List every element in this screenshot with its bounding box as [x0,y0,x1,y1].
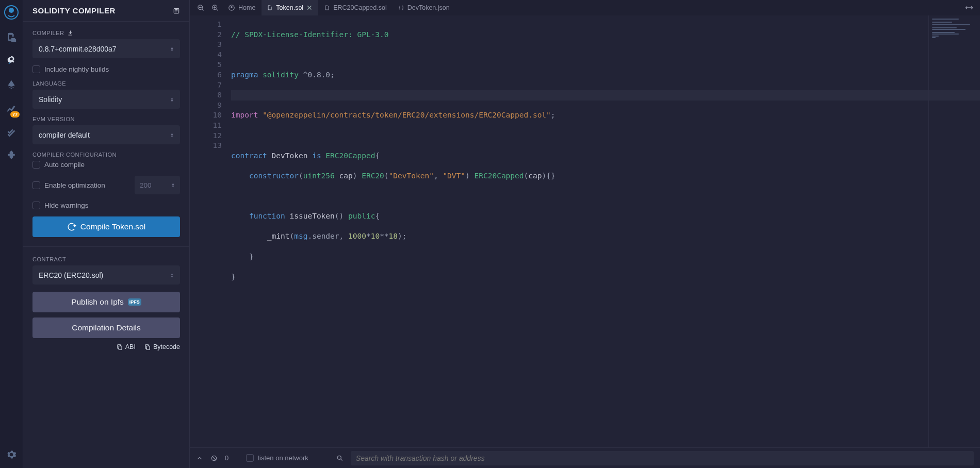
minimap[interactable] [928,15,980,447]
main-area: Home Token.sol ✕ ERC20Capped.sol DevToke… [190,0,980,468]
block-icon[interactable] [210,455,218,462]
zoom-in-icon[interactable] [208,1,222,14]
sidebar-header: SOLIDITY COMPILER [23,0,189,22]
pending-count: 0 [225,454,228,462]
sol-file-icon [324,5,330,11]
settings-icon[interactable] [4,447,19,462]
bytecode-link[interactable]: Bytecode [144,343,180,350]
compiler-icon[interactable] [4,54,19,68]
compile-button[interactable]: Compile Token.sol [32,216,180,237]
terminal-bar: 0 listen on network [190,447,980,468]
nightly-checkbox-row: Include nightly builds [32,65,180,73]
listen-checkbox[interactable] [246,454,254,462]
svg-point-12 [337,456,341,459]
copy-icon [144,343,151,350]
contract-select[interactable]: ERC20 (ERC20.sol) ▲▼ [32,265,180,285]
evm-select[interactable]: compiler default ▲▼ [32,125,180,144]
sidebar-panel: SOLIDITY COMPILER COMPILER 0.8.7+commit.… [23,0,190,468]
compilation-details-button[interactable]: Compilation Details [32,317,180,338]
editor[interactable]: 1 2 3 4 5 6 7 8 9 10 11 12 13 // SPDX-Li… [190,15,980,447]
tab-erc20capped[interactable]: ERC20Capped.sol [319,0,392,15]
evm-label: EVM VERSION [32,116,180,122]
remix-logo-icon[interactable] [3,4,20,21]
docs-icon[interactable] [173,7,180,14]
deploy-icon[interactable] [4,77,19,92]
download-icon[interactable] [67,30,73,36]
compiler-select[interactable]: 0.8.7+commit.e28d00a7 ▲▼ [32,39,180,58]
gutter: 1 2 3 4 5 6 7 8 9 10 11 12 13 [190,15,231,447]
icon-bar: 77 [0,0,23,468]
contract-label: CONTRACT [32,256,180,262]
bottom-links: ABI Bytecode [32,338,180,350]
svg-rect-4 [119,346,122,349]
svg-rect-6 [146,346,150,349]
refresh-icon [67,222,76,231]
sidebar-title: SOLIDITY COMPILER [32,6,116,15]
expand-icon[interactable] [962,1,976,14]
plugin-icon[interactable] [4,148,19,163]
sol-file-icon [267,5,273,11]
publish-ipfs-button[interactable]: Publish on Ipfs IPFS [32,292,180,312]
tab-bar: Home Token.sol ✕ ERC20Capped.sol DevToke… [190,0,980,15]
language-select[interactable]: Solidity ▲▼ [32,90,180,109]
close-icon[interactable]: ✕ [306,4,313,12]
home-tab-icon [228,4,235,11]
search-input[interactable] [351,451,974,465]
badge-77: 77 [10,111,20,118]
hide-warnings-row: Hide warnings [32,202,180,209]
auto-compile-checkbox[interactable] [32,161,40,169]
tab-token[interactable]: Token.sol ✕ [262,0,318,15]
copy-icon [116,343,123,350]
json-file-icon [398,5,404,11]
compiler-label: COMPILER [32,30,180,36]
optimization-checkbox[interactable] [32,181,40,189]
zoom-out-icon[interactable] [194,1,207,14]
check-icon[interactable] [4,125,19,139]
analytics-icon[interactable]: 77 [4,101,19,115]
optimization-runs-input[interactable]: 200 ▲▼ [135,176,180,194]
optimization-row: Enable optimization 200 ▲▼ [32,176,180,194]
tab-home[interactable]: Home [223,0,260,15]
auto-compile-row: Auto compile [32,161,180,169]
search-icon[interactable] [336,455,344,462]
chevron-up-icon[interactable] [196,455,203,462]
nightly-checkbox[interactable] [32,65,40,73]
svg-point-10 [231,6,233,8]
svg-point-1 [9,8,14,13]
file-explorer-icon[interactable] [4,30,19,44]
language-label: LANGUAGE [32,80,180,87]
listen-row: listen on network [246,454,308,462]
code-area[interactable]: // SPDX-License-Identifier: GPL-3.0 prag… [231,15,980,447]
abi-link[interactable]: ABI [116,343,136,350]
sidebar-body: COMPILER 0.8.7+commit.e28d00a7 ▲▼ Includ… [23,22,189,468]
ipfs-icon: IPFS [128,298,141,306]
tab-devtoken-json[interactable]: DevToken.json [393,0,455,15]
hide-warnings-checkbox[interactable] [32,202,40,209]
config-label: COMPILER CONFIGURATION [32,152,180,158]
